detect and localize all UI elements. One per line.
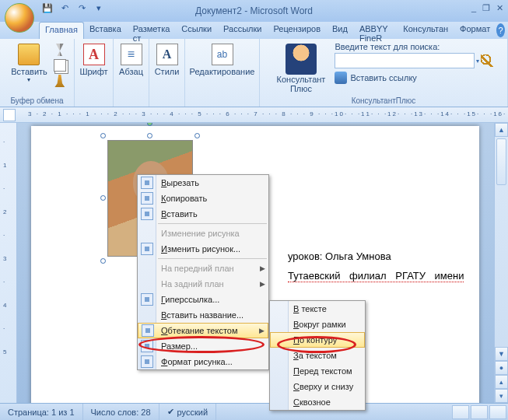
wrap-submenu-item-label: За текстом: [293, 351, 337, 360]
wrap-submenu-item-4[interactable]: Перед текстом: [270, 363, 365, 379]
status-lang[interactable]: ✔ русский: [159, 404, 216, 420]
context-menu-item-label: Размер...: [161, 341, 198, 351]
konsultant-button[interactable]: Консультант Плюс: [274, 42, 329, 95]
close-button[interactable]: ✕: [496, 3, 503, 13]
konsultant-insert-link[interactable]: Вставить ссылку: [335, 72, 493, 84]
wrap-submenu-item-6[interactable]: Сквозное: [270, 394, 365, 410]
browse-object-button[interactable]: ●: [495, 361, 508, 375]
resize-handle[interactable]: [194, 133, 200, 138]
chevron-down-icon: ▾: [27, 76, 30, 83]
paragraph-label: Абзац: [119, 67, 143, 76]
maximize-button[interactable]: ❐: [482, 3, 490, 13]
office-button[interactable]: [5, 3, 34, 33]
font-button[interactable]: Шрифт: [76, 42, 110, 78]
rotate-handle[interactable]: [147, 123, 152, 126]
resize-handle[interactable]: [100, 258, 106, 264]
help-icon[interactable]: ?: [496, 23, 505, 37]
konsultant-search-input[interactable]: [335, 53, 475, 68]
prev-page-button[interactable]: ▴: [495, 375, 508, 389]
context-menu-item-5[interactable]: Изменить рисунок...: [138, 241, 268, 257]
konsultant-icon: [286, 44, 317, 75]
scroll-down-button[interactable]: ▼: [495, 347, 508, 361]
editing-button[interactable]: Редактирование: [187, 42, 258, 78]
context-menu-item-4: Изменение рисунка: [138, 226, 268, 241]
vertical-ruler[interactable]: ·1· 2·3 ·4· 5: [0, 123, 17, 403]
resize-handle[interactable]: [100, 133, 106, 138]
paragraph-button[interactable]: Абзац: [116, 42, 146, 78]
context-menu-item-8: На задний план▶: [138, 276, 268, 292]
scroll-thumb[interactable]: [496, 138, 506, 185]
view-web[interactable]: [489, 405, 506, 419]
wrap-submenu-item-label: В тексте: [293, 304, 327, 313]
context-menu-item-11[interactable]: Обтекание текстом▶: [138, 323, 268, 338]
context-menu-item-2[interactable]: Вставить: [138, 206, 268, 222]
tab-review[interactable]: Рецензиров: [268, 22, 327, 39]
search-icon[interactable]: [481, 54, 493, 67]
cut-icon[interactable]: [54, 44, 66, 56]
submenu-arrow-icon: ▶: [260, 280, 265, 288]
context-menu-item-9[interactable]: Гиперссылка...: [138, 292, 268, 307]
tab-layout[interactable]: Разметка ст: [128, 22, 177, 39]
chevron-down-icon[interactable]: ▾: [476, 58, 479, 65]
next-page-button[interactable]: ▾: [495, 389, 508, 403]
tab-view[interactable]: Вид: [327, 22, 354, 39]
undo-icon[interactable]: ↶: [58, 3, 72, 17]
group-styles: Стили: [149, 39, 185, 107]
window-title: Документ2 - Microsoft Word: [195, 5, 313, 16]
link-icon: [335, 72, 347, 84]
wrap-submenu-item-2[interactable]: По контуру: [270, 332, 365, 348]
context-menu-item-7: На передний план▶: [138, 261, 268, 276]
wrap-submenu-item-3[interactable]: За текстом: [270, 348, 365, 363]
tab-abbyy[interactable]: ABBYY FineR: [354, 22, 398, 39]
copy-icon: [141, 192, 153, 205]
tab-format[interactable]: Формат: [454, 22, 496, 39]
wrap-submenu-item-5[interactable]: Сверху и снизу: [270, 379, 365, 394]
wrap-submenu-item-1[interactable]: Вокруг рамки: [270, 317, 365, 332]
status-words[interactable]: Число слов: 28: [83, 404, 159, 420]
ribbon-tabs: Главная Вставка Разметка ст Ссылки Рассы…: [0, 22, 508, 39]
wrap-submenu-item-label: Сверху и снизу: [293, 382, 353, 391]
context-menu-item-12[interactable]: Размер...: [138, 338, 268, 354]
horizontal-ruler[interactable]: 3 · 2 · 1 · · · 1 · · · 2 · · · 3 · · · …: [0, 107, 508, 123]
context-menu-item-label: На задний план: [161, 279, 224, 289]
styles-icon: [156, 44, 178, 65]
minimize-button[interactable]: _: [471, 3, 476, 13]
status-page[interactable]: Страница: 1 из 1: [0, 404, 83, 420]
scroll-up-button[interactable]: ▲: [495, 123, 508, 137]
konsultant-insert-link-label: Вставить ссылку: [350, 73, 416, 82]
context-menu-item-0[interactable]: Вырезать: [138, 175, 268, 191]
styles-button[interactable]: Стили: [152, 42, 183, 78]
group-konsultant: Консультант Плюс Введите текст для поиск…: [260, 39, 508, 107]
tab-references[interactable]: Ссылки: [176, 22, 218, 39]
group-label-clipboard: Буфер обмена: [0, 96, 74, 105]
resize-handle[interactable]: [147, 133, 152, 138]
spellcheck-icon: ✔: [167, 407, 174, 417]
copy-icon[interactable]: [54, 59, 66, 72]
size-icon: [141, 340, 153, 352]
tab-mailings[interactable]: Рассылки: [218, 22, 268, 39]
qat-customize-icon[interactable]: ▾: [92, 3, 106, 17]
view-fullscreen[interactable]: [471, 405, 488, 419]
resize-handle[interactable]: [100, 195, 106, 201]
vertical-scrollbar[interactable]: ▲ ▼ ● ▴ ▾: [494, 123, 508, 403]
context-menu-item-13[interactable]: Формат рисунка...: [138, 354, 268, 369]
window-controls: _ ❐ ✕: [471, 3, 503, 13]
redo-icon[interactable]: ↷: [75, 3, 89, 17]
context-menu-item-label: Вставить название...: [161, 310, 243, 320]
tab-selector[interactable]: [3, 109, 16, 121]
format-painter-icon[interactable]: [54, 75, 66, 87]
tab-insert[interactable]: Вставка: [84, 22, 128, 39]
title-bar: 💾 ↶ ↷ ▾ Документ2 - Microsoft Word _ ❐ ✕: [0, 0, 508, 22]
context-menu-item-label: Копировать: [161, 194, 207, 203]
paste-button[interactable]: Вставить ▾: [8, 42, 51, 87]
wrap-submenu-item-0[interactable]: В тексте: [270, 301, 365, 317]
ruler-marks: 3 · 2 · 1 · · · 1 · · · 2 · · · 3 · · · …: [28, 110, 508, 117]
quick-access-toolbar: 💾 ↶ ↷ ▾: [40, 3, 106, 17]
change-picture-icon: [141, 243, 153, 255]
save-icon[interactable]: 💾: [40, 3, 54, 17]
context-menu-item-1[interactable]: Копировать: [138, 191, 268, 206]
tab-home[interactable]: Главная: [39, 22, 84, 39]
context-menu-item-10[interactable]: Вставить название...: [138, 307, 268, 323]
view-print-layout[interactable]: [452, 405, 469, 419]
tab-konsultant[interactable]: Консультан: [398, 22, 454, 39]
